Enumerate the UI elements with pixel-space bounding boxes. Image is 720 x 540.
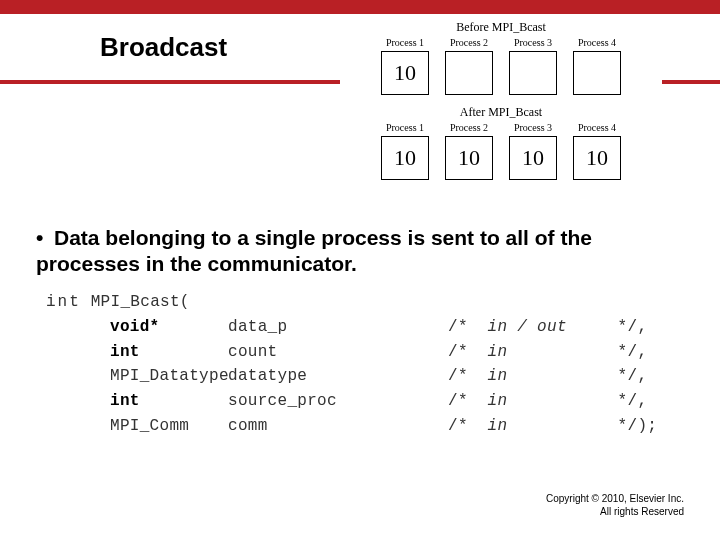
diagram-after-row: Process 1 10 Process 2 10 Process 3 10 P… [340, 122, 662, 180]
diagram-col: Process 3 [507, 37, 559, 95]
code-type: void* [110, 318, 160, 336]
process-box [573, 51, 621, 95]
diagram-col: Process 2 [443, 37, 495, 95]
copyright-footer: Copyright © 2010, Elsevier Inc. All righ… [546, 492, 684, 518]
process-label: Process 4 [578, 122, 616, 133]
code-comment: in [488, 417, 508, 435]
code-comment: in [488, 343, 508, 361]
process-label: Process 3 [514, 122, 552, 133]
process-box [509, 51, 557, 95]
copyright-line: All rights Reserved [546, 505, 684, 518]
copyright-line: Copyright © 2010, Elsevier Inc. [546, 492, 684, 505]
process-box: 10 [509, 136, 557, 180]
diagram-col: Process 4 10 [571, 122, 623, 180]
code-end: */, [618, 343, 648, 361]
diagram-before-row: Process 1 10 Process 2 Process 3 Process… [340, 37, 662, 95]
bullet-text: Data belonging to a single process is se… [36, 226, 592, 275]
code-param-name: source_proc [228, 389, 448, 414]
diagram-before-title: Before MPI_Bcast [340, 20, 662, 35]
slide-top-bar [0, 0, 720, 14]
process-box: 10 [445, 136, 493, 180]
process-label: Process 1 [386, 122, 424, 133]
code-type: MPI_Comm [110, 417, 189, 435]
code-end: */); [618, 417, 658, 435]
code-block: int MPI_Bcast( void*data_p/* in / out*/,… [46, 290, 657, 439]
diagram-col: Process 2 10 [443, 122, 495, 180]
code-param-name: count [228, 340, 448, 365]
bcast-diagram: Before MPI_Bcast Process 1 10 Process 2 … [340, 20, 662, 180]
process-box: 10 [381, 136, 429, 180]
code-param-name: data_p [228, 315, 448, 340]
process-box: 10 [381, 51, 429, 95]
process-label: Process 2 [450, 37, 488, 48]
slide-title: Broadcast [100, 32, 227, 63]
code-keyword-int: int [46, 293, 81, 311]
code-type: MPI_Datatype [110, 367, 229, 385]
process-label: Process 3 [514, 37, 552, 48]
code-param-name: comm [228, 414, 448, 439]
process-box [445, 51, 493, 95]
process-label: Process 2 [450, 122, 488, 133]
code-comment: in / out [488, 318, 567, 336]
code-comment: in [488, 367, 508, 385]
title-rule-right [662, 80, 720, 84]
diagram-col: Process 1 10 [379, 122, 431, 180]
process-label: Process 1 [386, 37, 424, 48]
diagram-after-title: After MPI_Bcast [340, 105, 662, 120]
code-fn-name: MPI_Bcast( [91, 293, 190, 311]
diagram-col: Process 4 [571, 37, 623, 95]
bullet-point: •Data belonging to a single process is s… [36, 225, 676, 278]
code-param-name: datatype [228, 364, 448, 389]
bullet-marker: • [36, 225, 54, 251]
code-type: int [110, 343, 140, 361]
process-label: Process 4 [578, 37, 616, 48]
title-rule-left [0, 80, 340, 84]
diagram-col: Process 3 10 [507, 122, 559, 180]
code-end: */, [618, 392, 648, 410]
code-type: int [110, 392, 140, 410]
process-box: 10 [573, 136, 621, 180]
code-comment: in [488, 392, 508, 410]
diagram-col: Process 1 10 [379, 37, 431, 95]
code-end: */, [618, 367, 648, 385]
code-end: */, [618, 318, 648, 336]
